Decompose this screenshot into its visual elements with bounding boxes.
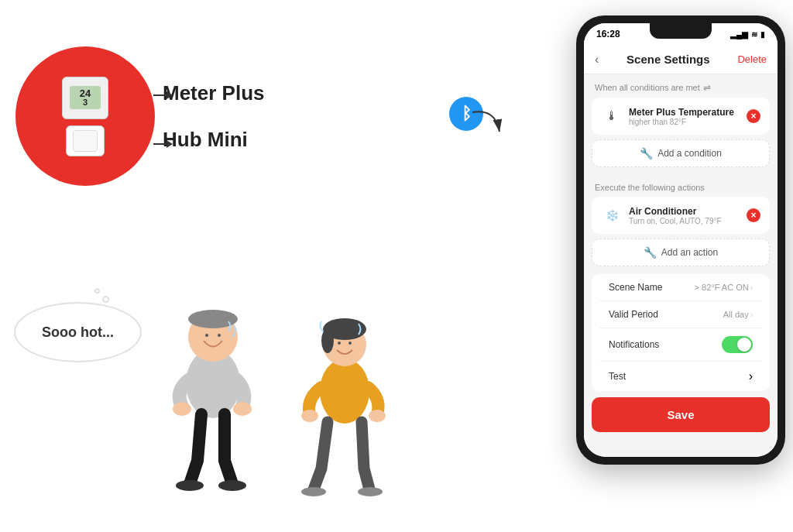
svg-point-18 (280, 384, 289, 393)
svg-point-21 (301, 487, 326, 496)
arrow-hub-mini (153, 143, 167, 145)
scene-name-value: > 82°F AC ON › (695, 283, 753, 292)
meter-plus-device: 24 3 (62, 77, 108, 119)
condition-subtitle: higher than 82°F (629, 118, 734, 126)
svg-point-20 (369, 410, 386, 422)
svg-point-9 (218, 480, 246, 491)
svg-point-8 (176, 480, 204, 491)
remove-condition-button[interactable]: × (747, 109, 760, 123)
people-illustration (112, 263, 445, 519)
screen-content: When all conditions are met ⇌ 🌡 Meter Pl… (584, 74, 778, 457)
action-card[interactable]: ❄️ Air Conditioner Turn on, Cool, AUTO, … (592, 197, 770, 234)
scene-name-label: Scene Name (609, 282, 662, 293)
phone-container: 16:28 ▂▄▆ ≋ ▮ ‹ Scene Settings Delete Wh… (576, 15, 785, 519)
remove-action-button[interactable]: × (747, 208, 760, 222)
ac-icon: ❄️ (601, 204, 623, 226)
speech-bubble-container: Sooo hot... (14, 302, 142, 362)
notifications-label: Notifications (609, 339, 659, 350)
meter-screen: 24 3 (70, 86, 101, 109)
add-condition-button[interactable]: 🔧 Add a condition (592, 139, 770, 167)
svg-point-13 (321, 328, 334, 353)
bluetooth-area: ᛒ (449, 97, 483, 131)
hub-mini-device (66, 125, 105, 156)
scene-settings-title: Scene Settings (627, 53, 710, 66)
action-subtitle: Turn on, Cool, AUTO, 79°F (629, 217, 722, 225)
save-button[interactable]: Save (592, 397, 770, 432)
svg-point-5 (218, 334, 221, 337)
speech-bubble: Sooo hot... (14, 302, 142, 362)
device-circle: 24 3 (15, 46, 155, 186)
speech-bubble-text: Sooo hot... (42, 324, 114, 341)
condition-card[interactable]: 🌡 Meter Plus Temperature higher than 82°… (592, 98, 770, 135)
scene-name-chevron: › (750, 283, 753, 292)
svg-point-4 (205, 334, 208, 337)
hub-mini-label: Hub Mini (163, 128, 248, 152)
arrow-meter-plus (153, 94, 167, 96)
signal-icon: ▂▄▆ (730, 30, 748, 39)
add-condition-icon: 🔧 (640, 147, 653, 160)
add-action-icon: 🔧 (644, 246, 657, 259)
valid-period-row[interactable]: Valid Period All day › (599, 301, 762, 328)
settings-group: Scene Name > 82°F AC ON › Valid Period A… (592, 274, 770, 391)
status-time: 16:28 (596, 29, 620, 39)
phone-notch (650, 23, 712, 39)
conditions-section-label: When all conditions are met ⇌ (584, 74, 778, 98)
back-button[interactable]: ‹ (595, 53, 599, 67)
phone-outer: 16:28 ▂▄▆ ≋ ▮ ‹ Scene Settings Delete Wh… (576, 15, 785, 465)
thermometer-icon: 🌡 (601, 105, 623, 127)
svg-point-10 (320, 359, 369, 424)
test-label: Test (609, 371, 626, 382)
svg-point-17 (288, 377, 300, 390)
condition-title: Meter Plus Temperature (629, 107, 734, 118)
status-icons: ▂▄▆ ≋ ▮ (730, 30, 765, 39)
test-row[interactable]: Test › (599, 362, 762, 391)
device-stack: 24 3 (62, 77, 108, 156)
wifi-icon: ≋ (751, 30, 757, 39)
valid-period-label: Valid Period (609, 309, 658, 320)
battery-icon: ▮ (760, 30, 765, 39)
valid-period-chevron: › (750, 311, 753, 319)
actions-section-label: Execute the following actions (584, 175, 778, 197)
valid-period-value: All day › (723, 310, 753, 319)
bubble-dot-2 (94, 288, 100, 293)
bubble-dot-1 (102, 296, 109, 303)
meter-plus-label: Meter Plus (163, 81, 265, 105)
action-title: Air Conditioner (629, 206, 722, 217)
notifications-toggle[interactable] (722, 336, 753, 353)
test-chevron: › (749, 369, 753, 383)
notifications-row[interactable]: Notifications (599, 328, 762, 362)
svg-point-22 (358, 487, 383, 496)
scene-name-row[interactable]: Scene Name > 82°F AC ON › (599, 274, 762, 301)
svg-point-6 (173, 402, 191, 416)
svg-point-7 (233, 402, 252, 416)
curved-arrow-icon (465, 105, 511, 151)
svg-point-14 (338, 342, 341, 345)
conditions-arrows-icon: ⇌ (703, 82, 711, 93)
svg-point-19 (301, 410, 318, 422)
add-action-button[interactable]: 🔧 Add an action (592, 239, 770, 266)
svg-point-15 (348, 342, 352, 345)
phone-screen: 16:28 ▂▄▆ ≋ ▮ ‹ Scene Settings Delete Wh… (584, 23, 778, 457)
delete-button[interactable]: Delete (737, 53, 767, 65)
nav-bar: ‹ Scene Settings Delete (584, 45, 778, 74)
